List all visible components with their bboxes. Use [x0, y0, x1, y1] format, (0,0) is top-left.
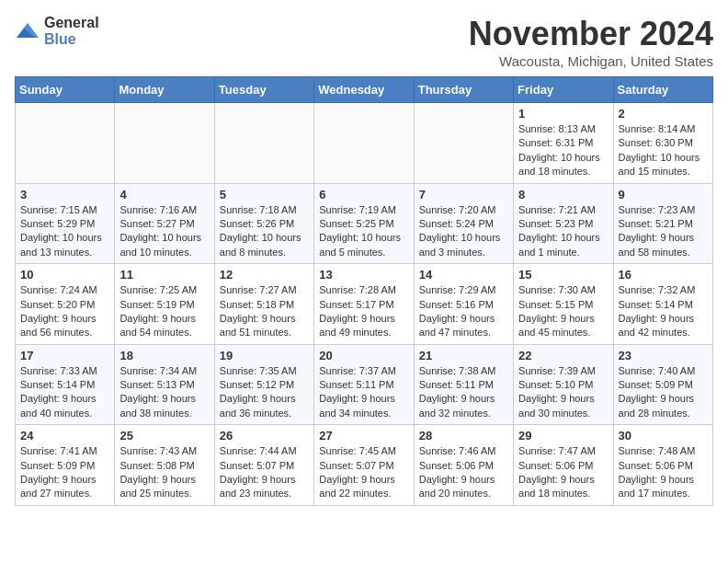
day-info: Sunrise: 7:27 AM Sunset: 5:18 PM Dayligh… [220, 283, 309, 340]
day-number: 17 [20, 349, 109, 362]
title-section: November 2024 Wacousta, Michigan, United… [469, 15, 713, 69]
day-info: Sunrise: 7:25 AM Sunset: 5:19 PM Dayligh… [119, 283, 209, 340]
weekday-header-wednesday: Wednesday [314, 77, 414, 103]
day-number: 30 [619, 429, 708, 442]
day-number: 16 [619, 268, 708, 282]
day-info: Sunrise: 7:21 AM Sunset: 5:23 PM Dayligh… [518, 203, 608, 260]
day-number: 20 [319, 349, 408, 362]
day-number: 15 [518, 268, 608, 282]
calendar-cell: 25Sunrise: 7:43 AM Sunset: 5:08 PM Dayli… [115, 425, 214, 506]
logo-blue: Blue [44, 31, 76, 47]
day-number: 18 [119, 349, 209, 362]
weekday-header-monday: Monday [115, 77, 214, 103]
day-info: Sunrise: 7:46 AM Sunset: 5:06 PM Dayligh… [419, 444, 508, 501]
day-info: Sunrise: 7:37 AM Sunset: 5:11 PM Dayligh… [319, 364, 408, 421]
calendar-cell: 21Sunrise: 7:38 AM Sunset: 5:11 PM Dayli… [414, 344, 513, 425]
day-number: 8 [518, 188, 608, 201]
calendar-cell: 20Sunrise: 7:37 AM Sunset: 5:11 PM Dayli… [314, 344, 414, 425]
day-info: Sunrise: 7:47 AM Sunset: 5:06 PM Dayligh… [518, 444, 608, 501]
day-info: Sunrise: 7:33 AM Sunset: 5:14 PM Dayligh… [20, 364, 109, 421]
day-number: 25 [119, 429, 209, 442]
calendar-cell: 27Sunrise: 7:45 AM Sunset: 5:07 PM Dayli… [314, 425, 414, 506]
day-info: Sunrise: 7:16 AM Sunset: 5:27 PM Dayligh… [119, 203, 209, 260]
page-header: General Blue November 2024 Wacousta, Mic… [15, 15, 713, 69]
calendar-cell: 16Sunrise: 7:32 AM Sunset: 5:14 PM Dayli… [613, 264, 712, 345]
calendar-cell [16, 103, 115, 184]
calendar-cell: 12Sunrise: 7:27 AM Sunset: 5:18 PM Dayli… [214, 264, 313, 345]
day-info: Sunrise: 7:28 AM Sunset: 5:17 PM Dayligh… [319, 283, 408, 340]
day-number: 2 [619, 107, 708, 121]
day-info: Sunrise: 7:43 AM Sunset: 5:08 PM Dayligh… [119, 444, 209, 501]
day-number: 12 [220, 268, 309, 282]
day-number: 6 [319, 188, 408, 201]
day-number: 26 [220, 429, 309, 442]
calendar-cell: 1Sunrise: 8:13 AM Sunset: 6:31 PM Daylig… [514, 103, 613, 184]
location: Wacousta, Michigan, United States [469, 53, 713, 69]
day-info: Sunrise: 7:38 AM Sunset: 5:11 PM Dayligh… [419, 364, 508, 421]
day-number: 14 [419, 268, 508, 282]
weekday-header-friday: Friday [514, 77, 613, 103]
calendar-cell: 4Sunrise: 7:16 AM Sunset: 5:27 PM Daylig… [115, 183, 214, 264]
day-info: Sunrise: 7:19 AM Sunset: 5:25 PM Dayligh… [319, 203, 408, 260]
day-number: 1 [518, 107, 608, 121]
calendar-cell: 19Sunrise: 7:35 AM Sunset: 5:12 PM Dayli… [214, 344, 313, 425]
calendar-cell: 28Sunrise: 7:46 AM Sunset: 5:06 PM Dayli… [414, 425, 513, 506]
day-info: Sunrise: 7:20 AM Sunset: 5:24 PM Dayligh… [419, 203, 508, 260]
calendar-cell: 24Sunrise: 7:41 AM Sunset: 5:09 PM Dayli… [16, 425, 115, 506]
weekday-header-thursday: Thursday [414, 77, 513, 103]
calendar-row-4: 24Sunrise: 7:41 AM Sunset: 5:09 PM Dayli… [16, 425, 713, 506]
day-number: 21 [419, 349, 508, 362]
calendar-cell: 15Sunrise: 7:30 AM Sunset: 5:15 PM Dayli… [514, 264, 613, 345]
day-info: Sunrise: 7:18 AM Sunset: 5:26 PM Dayligh… [220, 203, 309, 260]
day-number: 23 [619, 349, 708, 362]
calendar-row-2: 10Sunrise: 7:24 AM Sunset: 5:20 PM Dayli… [16, 264, 713, 345]
day-info: Sunrise: 7:24 AM Sunset: 5:20 PM Dayligh… [20, 283, 109, 340]
day-info: Sunrise: 7:48 AM Sunset: 5:06 PM Dayligh… [619, 444, 708, 501]
calendar-cell: 23Sunrise: 7:40 AM Sunset: 5:09 PM Dayli… [613, 344, 712, 425]
day-info: Sunrise: 7:29 AM Sunset: 5:16 PM Dayligh… [419, 283, 508, 340]
logo-general: General [44, 15, 99, 30]
calendar-cell: 11Sunrise: 7:25 AM Sunset: 5:19 PM Dayli… [115, 264, 214, 345]
calendar-cell [414, 103, 513, 184]
calendar-cell: 22Sunrise: 7:39 AM Sunset: 5:10 PM Dayli… [514, 344, 613, 425]
day-number: 19 [220, 349, 309, 362]
day-info: Sunrise: 7:39 AM Sunset: 5:10 PM Dayligh… [518, 364, 608, 421]
day-info: Sunrise: 8:14 AM Sunset: 6:30 PM Dayligh… [619, 122, 708, 179]
calendar-cell: 10Sunrise: 7:24 AM Sunset: 5:20 PM Dayli… [16, 264, 115, 345]
calendar-cell: 14Sunrise: 7:29 AM Sunset: 5:16 PM Dayli… [414, 264, 513, 345]
logo: General Blue [15, 15, 99, 48]
calendar-table: SundayMondayTuesdayWednesdayThursdayFrid… [15, 76, 713, 506]
weekday-header-sunday: Sunday [16, 77, 115, 103]
calendar-cell: 3Sunrise: 7:15 AM Sunset: 5:29 PM Daylig… [16, 183, 115, 264]
day-info: Sunrise: 7:32 AM Sunset: 5:14 PM Dayligh… [619, 283, 708, 340]
day-number: 29 [518, 429, 608, 442]
day-number: 10 [20, 268, 109, 282]
weekday-header-tuesday: Tuesday [214, 77, 313, 103]
day-number: 9 [619, 188, 708, 201]
day-number: 13 [319, 268, 408, 282]
day-number: 7 [419, 188, 508, 201]
day-number: 27 [319, 429, 408, 442]
calendar-row-1: 3Sunrise: 7:15 AM Sunset: 5:29 PM Daylig… [16, 183, 713, 264]
day-number: 3 [20, 188, 109, 201]
calendar-cell: 6Sunrise: 7:19 AM Sunset: 5:25 PM Daylig… [314, 183, 414, 264]
day-number: 28 [419, 429, 508, 442]
weekday-header-saturday: Saturday [613, 77, 712, 103]
day-info: Sunrise: 7:34 AM Sunset: 5:13 PM Dayligh… [119, 364, 209, 421]
day-info: Sunrise: 7:35 AM Sunset: 5:12 PM Dayligh… [220, 364, 309, 421]
calendar-cell: 18Sunrise: 7:34 AM Sunset: 5:13 PM Dayli… [115, 344, 214, 425]
day-info: Sunrise: 7:44 AM Sunset: 5:07 PM Dayligh… [220, 444, 309, 501]
day-number: 22 [518, 349, 608, 362]
calendar-cell: 26Sunrise: 7:44 AM Sunset: 5:07 PM Dayli… [214, 425, 313, 506]
calendar-cell: 2Sunrise: 8:14 AM Sunset: 6:30 PM Daylig… [613, 103, 712, 184]
day-info: Sunrise: 7:40 AM Sunset: 5:09 PM Dayligh… [619, 364, 708, 421]
calendar-row-3: 17Sunrise: 7:33 AM Sunset: 5:14 PM Dayli… [16, 344, 713, 425]
day-number: 11 [119, 268, 209, 282]
logo-icon [15, 21, 40, 41]
day-number: 5 [220, 188, 309, 201]
calendar-cell [314, 103, 414, 184]
weekday-header-row: SundayMondayTuesdayWednesdayThursdayFrid… [16, 77, 713, 103]
day-info: Sunrise: 7:23 AM Sunset: 5:21 PM Dayligh… [619, 203, 708, 260]
day-info: Sunrise: 7:45 AM Sunset: 5:07 PM Dayligh… [319, 444, 408, 501]
calendar-cell: 7Sunrise: 7:20 AM Sunset: 5:24 PM Daylig… [414, 183, 513, 264]
